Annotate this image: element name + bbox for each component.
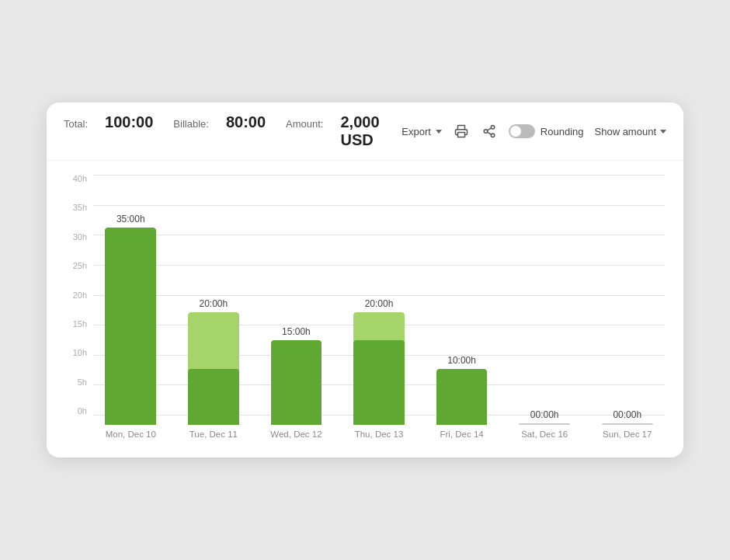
bar-outer[interactable] xyxy=(271,340,322,425)
svg-line-5 xyxy=(487,128,491,130)
x-axis-label: Wed, Dec 12 xyxy=(259,430,334,439)
x-axis-label: Fri, Dec 14 xyxy=(424,430,499,439)
x-axis-label: Thu, Dec 13 xyxy=(342,430,417,439)
toggle-knob xyxy=(510,126,521,137)
chevron-down-icon xyxy=(436,130,442,134)
total-label: Total: xyxy=(64,118,88,130)
bar-group: 35:00h xyxy=(93,175,169,425)
y-axis-label: 25h xyxy=(65,262,93,270)
bars-row: 35:00h20:00h15:00h20:00h10:00h00:00h00:0… xyxy=(93,175,665,425)
y-axis-label: 10h xyxy=(65,349,93,357)
amount-label: Amount: xyxy=(286,118,323,130)
chart-wrap: 0h5h10h15h20h25h30h35h40h 35:00h20:00h15… xyxy=(65,175,665,439)
bar-value-label: 20:00h xyxy=(200,298,228,309)
y-axis-label: 15h xyxy=(65,320,93,329)
bar-outer[interactable] xyxy=(353,312,405,425)
bar-empty xyxy=(519,423,570,425)
bar-group: 20:00h xyxy=(176,175,252,425)
y-axis-label: 35h xyxy=(65,203,93,212)
share-icon xyxy=(482,124,496,138)
rounding-toggle-container: Rounding xyxy=(509,124,584,138)
show-amount-chevron-icon xyxy=(660,130,666,134)
bar-outer[interactable] xyxy=(188,312,239,425)
main-card: Total: 100:00 Billable: 80:00 Amount: 2,… xyxy=(47,103,683,457)
billable-value: 80:00 xyxy=(226,113,266,131)
bar-value-label: 15:00h xyxy=(282,326,311,337)
billable-label: Billable: xyxy=(173,118,209,130)
x-axis-label: Tue, Dec 11 xyxy=(176,430,252,439)
export-button[interactable]: Export xyxy=(402,126,442,137)
toolbar: Total: 100:00 Billable: 80:00 Amount: 2,… xyxy=(47,103,683,161)
bar-value-label: 10:00h xyxy=(447,355,476,366)
y-axis-label: 30h xyxy=(65,233,93,242)
x-axis-label: Mon, Dec 10 xyxy=(93,430,169,439)
bar-value-label: 35:00h xyxy=(116,214,145,224)
print-icon xyxy=(454,124,468,138)
y-axis-label: 20h xyxy=(65,291,93,300)
bar-outer[interactable] xyxy=(105,228,156,425)
bar-billable xyxy=(271,340,322,425)
x-axis-label: Sun, Dec 17 xyxy=(589,430,665,439)
amount-value: 2,000 USD xyxy=(340,113,402,149)
y-axis: 0h5h10h15h20h25h30h35h40h xyxy=(65,175,93,439)
y-axis-label: 0h xyxy=(65,407,93,416)
x-axis-label: Sat, Dec 16 xyxy=(507,430,582,439)
chart-area: 0h5h10h15h20h25h30h35h40h 35:00h20:00h15… xyxy=(47,161,683,457)
share-button[interactable] xyxy=(481,123,498,140)
bar-group: 10:00h xyxy=(424,175,499,425)
x-labels: Mon, Dec 10Tue, Dec 11Wed, Dec 12Thu, De… xyxy=(93,430,665,439)
rounding-label: Rounding xyxy=(541,126,584,137)
bar-billable xyxy=(436,369,488,426)
bar-value-label: 00:00h xyxy=(530,409,559,420)
bar-empty xyxy=(602,423,653,425)
bar-value-label: 00:00h xyxy=(613,409,641,420)
chart-body: 35:00h20:00h15:00h20:00h10:00h00:00h00:0… xyxy=(93,175,665,439)
show-amount-label: Show amount xyxy=(595,126,657,137)
bar-group: 20:00h xyxy=(342,175,417,425)
bar-billable xyxy=(188,369,239,426)
bar-group: 00:00h xyxy=(507,175,582,425)
rounding-toggle[interactable] xyxy=(509,124,535,138)
y-axis-label: 40h xyxy=(65,175,93,183)
show-amount-button[interactable]: Show amount xyxy=(595,126,667,137)
print-button[interactable] xyxy=(453,123,470,140)
export-label: Export xyxy=(402,126,431,137)
y-axis-label: 5h xyxy=(65,378,93,387)
bar-billable xyxy=(105,228,156,425)
bar-value-label: 20:00h xyxy=(365,298,394,309)
bar-billable xyxy=(353,340,405,425)
bar-outer[interactable] xyxy=(436,369,488,426)
total-value: 100:00 xyxy=(105,113,153,131)
bar-group: 00:00h xyxy=(589,175,665,425)
svg-line-4 xyxy=(487,132,491,134)
toolbar-stats: Total: 100:00 Billable: 80:00 Amount: 2,… xyxy=(64,113,402,149)
svg-rect-0 xyxy=(457,133,464,137)
bar-group: 15:00h xyxy=(259,175,334,425)
toolbar-actions: Export Rounding Show xyxy=(402,123,666,140)
